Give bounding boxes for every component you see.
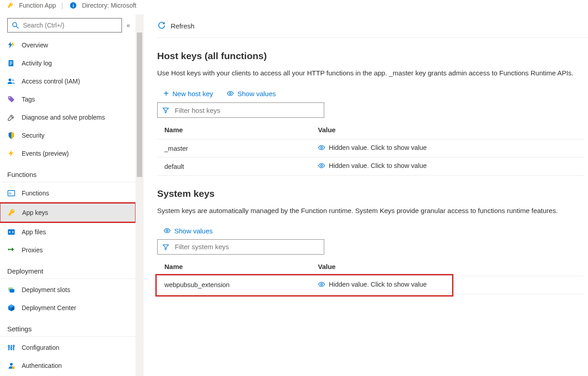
host-keys-description: Use Host keys with your clients to acces… bbox=[157, 68, 583, 78]
host-keys-section: Host keys (all functions) Use Host keys … bbox=[157, 38, 588, 176]
arrow-icon bbox=[7, 246, 15, 254]
sidebar-search[interactable] bbox=[7, 18, 122, 32]
eye-icon bbox=[318, 281, 325, 288]
search-input[interactable] bbox=[22, 21, 118, 29]
host-keys-filter[interactable] bbox=[157, 102, 324, 118]
show-value-link[interactable]: Hidden value. Click to show value bbox=[318, 144, 427, 151]
host-keys-filter-input[interactable] bbox=[174, 106, 319, 115]
sidebar-item-label: App keys bbox=[22, 209, 48, 216]
slots-icon bbox=[7, 286, 15, 294]
fx-icon bbox=[7, 189, 15, 197]
sidebar-item-app-files[interactable]: App files bbox=[0, 223, 135, 241]
main-content: Refresh Host keys (all functions) Use Ho… bbox=[144, 14, 588, 376]
sidebar-item-activity-log[interactable]: Activity log bbox=[0, 54, 135, 72]
table-row: webpubsub_extension Hidden value. Click … bbox=[157, 276, 583, 294]
sidebar-section-functions: Functions bbox=[0, 162, 135, 182]
search-icon bbox=[11, 21, 19, 29]
funnel-icon bbox=[162, 243, 169, 251]
system-keys-description: System keys are automatically managed by… bbox=[157, 205, 583, 216]
sidebar-item-label: App files bbox=[22, 228, 46, 236]
lightning-icon bbox=[7, 149, 15, 158]
funnel-icon bbox=[162, 107, 169, 114]
eye-icon bbox=[318, 162, 325, 169]
scrollbar-thumb[interactable] bbox=[137, 32, 142, 177]
show-system-values-button[interactable]: Show values bbox=[163, 227, 213, 235]
refresh-icon[interactable] bbox=[157, 21, 166, 31]
system-keys-table: Name Value webpubsub_extension Hidden va… bbox=[157, 256, 583, 294]
col-header-name[interactable]: Name bbox=[157, 120, 311, 139]
sidebar-item-proxies[interactable]: Proxies bbox=[0, 241, 135, 259]
key-name[interactable]: _master bbox=[157, 139, 311, 158]
host-keys-table: Name Value _master Hidden value. Click t… bbox=[157, 120, 583, 176]
person-icon bbox=[7, 362, 15, 370]
col-header-value[interactable]: Value bbox=[311, 120, 583, 139]
refresh-button[interactable]: Refresh bbox=[171, 22, 195, 30]
system-keys-filter[interactable] bbox=[157, 239, 324, 255]
new-host-key-button[interactable]: + New host key bbox=[163, 89, 213, 98]
eye-icon bbox=[318, 144, 325, 151]
eye-icon bbox=[227, 90, 234, 97]
highlight-app-keys: App keys bbox=[0, 202, 136, 223]
command-bar: Refresh bbox=[157, 14, 588, 38]
wrench-icon bbox=[7, 113, 15, 121]
sidebar-item-app-keys[interactable]: App keys bbox=[0, 204, 135, 222]
breadcrumb: Function App | i Directory: Microsoft bbox=[0, 0, 588, 14]
show-host-values-button[interactable]: Show values bbox=[227, 90, 276, 97]
sidebar-item-overview[interactable]: Overview bbox=[0, 36, 135, 54]
eye-icon bbox=[163, 227, 171, 234]
sidebar-item-label: Configuration bbox=[22, 344, 59, 351]
sidebar-item-deployment-center[interactable]: Deployment Center bbox=[0, 299, 135, 317]
table-row: _master Hidden value. Click to show valu… bbox=[157, 139, 583, 158]
sidebar-item-label: Tags bbox=[22, 96, 35, 103]
sidebar-scrollbar[interactable] bbox=[135, 14, 144, 376]
sidebar-item-deployment-slots[interactable]: Deployment slots bbox=[0, 281, 135, 299]
sidebar-item-authentication[interactable]: Authentication bbox=[0, 357, 135, 375]
shield-icon bbox=[7, 131, 15, 139]
table-row: default Hidden value. Click to show valu… bbox=[157, 158, 583, 176]
sidebar-item-security[interactable]: Security bbox=[0, 126, 135, 144]
resource-type: Function App bbox=[19, 2, 56, 9]
code-icon bbox=[7, 228, 15, 236]
show-value-link[interactable]: Hidden value. Click to show value bbox=[318, 281, 427, 288]
key-name[interactable]: webpubsub_extension bbox=[157, 276, 311, 294]
collapse-sidebar-icon[interactable]: « bbox=[126, 22, 128, 29]
people-icon bbox=[7, 77, 15, 85]
sidebar-item-access-control[interactable]: Access control (IAM) bbox=[0, 72, 135, 90]
system-keys-heading: System keys bbox=[157, 188, 583, 199]
tag-icon bbox=[7, 95, 15, 103]
sidebar-item-diagnose[interactable]: Diagnose and solve problems bbox=[0, 108, 135, 126]
host-keys-heading: Host keys (all functions) bbox=[157, 51, 583, 61]
sidebar-item-label: Activity log bbox=[22, 60, 52, 67]
show-value-link[interactable]: Hidden value. Click to show value bbox=[318, 162, 427, 169]
sidebar-item-tags[interactable]: Tags bbox=[0, 90, 135, 108]
sidebar-item-events[interactable]: Events (preview) bbox=[0, 144, 135, 162]
sidebar-item-label: Proxies bbox=[22, 246, 43, 254]
sidebar-section-deployment: Deployment bbox=[0, 259, 135, 279]
sidebar-item-label: Overview bbox=[22, 42, 48, 49]
sidebar-item-label: Authentication bbox=[22, 362, 62, 369]
sidebar: « Overview Activity log Access control (… bbox=[0, 14, 135, 376]
sidebar-item-label: Security bbox=[22, 132, 45, 139]
sidebar-item-label: Deployment slots bbox=[22, 286, 70, 293]
sidebar-item-label: Access control (IAM) bbox=[22, 78, 80, 85]
info-icon[interactable]: i bbox=[70, 2, 76, 9]
col-header-name[interactable]: Name bbox=[157, 256, 311, 276]
system-keys-section: System keys System keys are automaticall… bbox=[157, 176, 588, 294]
sliders-icon bbox=[7, 344, 15, 352]
system-keys-filter-input[interactable] bbox=[174, 242, 319, 251]
plus-icon: + bbox=[163, 89, 169, 98]
col-header-value[interactable]: Value bbox=[311, 256, 583, 276]
log-icon bbox=[7, 59, 15, 67]
sidebar-item-label: Diagnose and solve problems bbox=[22, 114, 105, 121]
key-icon bbox=[8, 209, 16, 217]
sidebar-item-label: Events (preview) bbox=[22, 150, 69, 157]
key-name[interactable]: default bbox=[157, 158, 311, 176]
sidebar-section-settings: Settings bbox=[0, 317, 135, 337]
sidebar-item-configuration[interactable]: Configuration bbox=[0, 339, 135, 357]
sidebar-item-label: Deployment Center bbox=[22, 304, 76, 311]
key-icon bbox=[7, 1, 14, 10]
cube-icon bbox=[7, 304, 15, 312]
sidebar-item-label: Functions bbox=[22, 190, 49, 197]
lightning-dual-icon bbox=[7, 41, 15, 49]
sidebar-item-functions[interactable]: Functions bbox=[0, 184, 135, 202]
